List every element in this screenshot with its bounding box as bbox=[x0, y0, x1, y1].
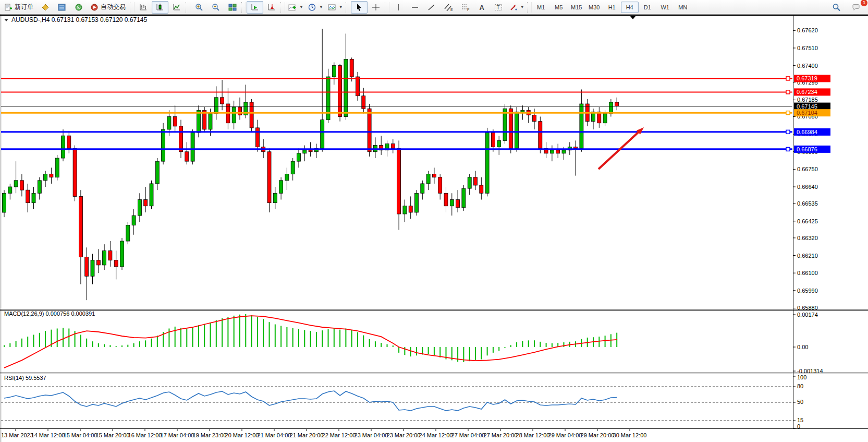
bar-chart-button[interactable] bbox=[135, 1, 152, 14]
timeframe-button-m15[interactable]: M15 bbox=[568, 2, 585, 13]
arrow-shapes-icon bbox=[509, 3, 518, 11]
indicators-icon bbox=[288, 3, 297, 11]
svg-text:0.65990: 0.65990 bbox=[797, 288, 818, 294]
svg-text:0.67185: 0.67185 bbox=[797, 97, 818, 103]
svg-text:23 Mar 20:00: 23 Mar 20:00 bbox=[387, 432, 421, 438]
trendline-button[interactable] bbox=[423, 1, 440, 14]
crosshair-button[interactable] bbox=[368, 1, 384, 14]
fibonacci-icon: F bbox=[460, 3, 470, 11]
arrow-objects-button[interactable]: ▼ bbox=[507, 1, 527, 14]
svg-text:24 Mar 12:00: 24 Mar 12:00 bbox=[419, 432, 453, 438]
tile-windows-button[interactable] bbox=[224, 1, 241, 14]
svg-text:A: A bbox=[479, 4, 484, 11]
svg-text:100: 100 bbox=[797, 374, 806, 380]
svg-text:0.66984: 0.66984 bbox=[797, 129, 817, 135]
horizontal-line-button[interactable] bbox=[407, 1, 423, 14]
text-icon: A bbox=[477, 3, 486, 11]
auto-scroll-button[interactable] bbox=[247, 1, 263, 14]
svg-text:0.67400: 0.67400 bbox=[797, 63, 818, 69]
svg-text:0: 0 bbox=[797, 423, 800, 429]
svg-text:16 Mar 12:00: 16 Mar 12:00 bbox=[128, 432, 162, 438]
toolbar-separator bbox=[130, 2, 135, 13]
svg-text:0.67145: 0.67145 bbox=[797, 103, 817, 110]
svg-text:0.00: 0.00 bbox=[797, 344, 808, 350]
zoom-out-icon bbox=[211, 3, 221, 11]
indicators-button[interactable]: ▼ bbox=[286, 1, 305, 14]
toolbar-group bbox=[247, 1, 280, 14]
auto-trading-icon bbox=[90, 3, 99, 11]
svg-text:0.67510: 0.67510 bbox=[797, 45, 818, 51]
crosshair-icon bbox=[371, 3, 381, 11]
symbol-title: AUDUSD-,H4 0.67131 0.67153 0.67120 0.671… bbox=[11, 16, 148, 23]
cursor-icon bbox=[354, 3, 364, 11]
market-watch-icon bbox=[57, 3, 67, 11]
text-label-button[interactable]: T bbox=[490, 1, 507, 14]
timeframe-button-h1[interactable]: H1 bbox=[603, 2, 621, 13]
toolbar-group: EFAT▼ bbox=[390, 1, 527, 14]
svg-text:0.65880: 0.65880 bbox=[797, 305, 818, 311]
timeframe-button-w1[interactable]: W1 bbox=[656, 2, 674, 13]
svg-text:0.66640: 0.66640 bbox=[797, 184, 818, 190]
svg-text:0.67234: 0.67234 bbox=[797, 89, 817, 95]
toolbar-separator bbox=[280, 2, 285, 13]
candlestick-chart-button[interactable] bbox=[152, 1, 168, 14]
new-order-button-label: 新订单 bbox=[15, 3, 33, 11]
timeframe-button-mn[interactable]: MN bbox=[674, 2, 692, 13]
svg-text:-0.001314: -0.001314 bbox=[797, 368, 823, 374]
svg-text:0.66535: 0.66535 bbox=[797, 200, 818, 207]
text-button[interactable]: A bbox=[473, 1, 490, 14]
timeframe-button-m1[interactable]: M1 bbox=[532, 2, 550, 13]
new-order-button[interactable]: 新订单 bbox=[1, 1, 37, 14]
periods-button[interactable]: ▼ bbox=[305, 1, 325, 14]
svg-text:15: 15 bbox=[797, 417, 803, 423]
svg-text:80: 80 bbox=[797, 383, 803, 389]
line-chart-icon bbox=[172, 3, 181, 11]
chart-window[interactable]: 0.676200.675100.674000.672950.671850.670… bbox=[0, 0, 868, 442]
channel-icon: E bbox=[444, 3, 453, 11]
line-chart-button[interactable] bbox=[168, 1, 185, 14]
new-order-icon bbox=[4, 3, 13, 11]
svg-text:27 Mar 20:00: 27 Mar 20:00 bbox=[484, 432, 518, 438]
profiles-button[interactable] bbox=[37, 1, 54, 14]
toolbar: 新订单自动交易▼▼▼EFAT▼M1M5M15M30H1H4D1W1MN1 bbox=[0, 0, 868, 15]
svg-text:15 Mar 04:00: 15 Mar 04:00 bbox=[64, 432, 97, 438]
timeframe-button-m30[interactable]: M30 bbox=[585, 2, 603, 13]
svg-text:MACD(12,26,9) 0.000756 0.00039: MACD(12,26,9) 0.000756 0.000391 bbox=[4, 310, 95, 317]
chart-shift-button[interactable] bbox=[263, 1, 280, 14]
clock-icon bbox=[308, 3, 317, 11]
fibonacci-button[interactable]: F bbox=[457, 1, 473, 14]
timeframe-button-d1[interactable]: D1 bbox=[639, 2, 656, 13]
toolbar-group bbox=[351, 1, 384, 14]
timeframe-button-h4[interactable]: H4 bbox=[621, 2, 639, 13]
toolbar-group: 新订单自动交易 bbox=[1, 1, 129, 14]
signals-button[interactable] bbox=[70, 1, 87, 14]
toolbar-group bbox=[191, 1, 241, 14]
svg-text:15 Mar 20:00: 15 Mar 20:00 bbox=[96, 432, 130, 438]
toolbar-group: ▼▼▼ bbox=[286, 1, 345, 14]
cursor-button[interactable] bbox=[351, 1, 368, 14]
channel-button[interactable]: E bbox=[440, 1, 457, 14]
svg-text:RSI(14) 59.5537: RSI(14) 59.5537 bbox=[4, 375, 46, 381]
vline-icon bbox=[394, 3, 403, 11]
svg-text:E: E bbox=[450, 8, 453, 11]
chevron-down-icon: ▼ bbox=[319, 5, 323, 9]
toolbar-separator bbox=[186, 2, 190, 13]
search-button[interactable] bbox=[828, 1, 845, 14]
toolbar-separator bbox=[346, 2, 350, 13]
auto-trading-button-label: 自动交易 bbox=[101, 3, 126, 11]
templates-button[interactable]: ▼ bbox=[325, 1, 345, 14]
svg-text:19 Mar 23:00: 19 Mar 23:00 bbox=[193, 432, 227, 438]
timeframe-button-m5[interactable]: M5 bbox=[550, 2, 568, 13]
svg-text:0.66320: 0.66320 bbox=[797, 235, 818, 241]
search-icon bbox=[832, 3, 841, 11]
market-watch-button[interactable] bbox=[54, 1, 70, 14]
svg-text:0.66100: 0.66100 bbox=[797, 270, 818, 276]
toolbar-separator bbox=[527, 2, 532, 13]
vertical-line-button[interactable] bbox=[390, 1, 407, 14]
notifications-button[interactable]: 1 bbox=[848, 1, 865, 14]
zoom-in-button[interactable] bbox=[191, 1, 207, 14]
text-label-icon: T bbox=[494, 3, 503, 11]
zoom-out-button[interactable] bbox=[207, 1, 224, 14]
notification-badge: 1 bbox=[860, 0, 868, 7]
auto-trading-button[interactable]: 自动交易 bbox=[87, 1, 129, 14]
